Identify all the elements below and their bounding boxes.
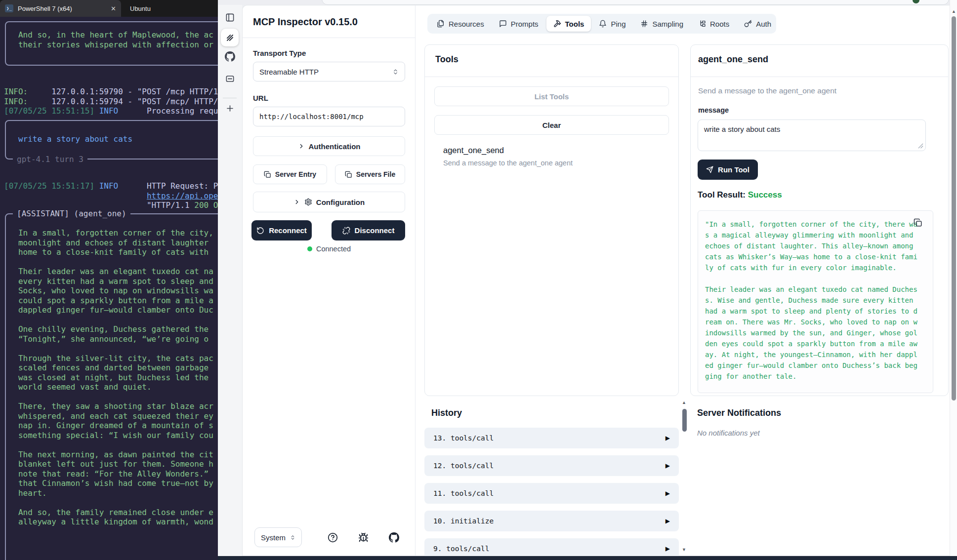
history-row-label: 10. initialize (433, 517, 666, 525)
tool-list-item[interactable]: agent_one_send (443, 146, 504, 155)
status-dot (307, 246, 312, 251)
tab-label: Ping (611, 20, 625, 28)
scroll-up-icon[interactable]: ▲ (682, 400, 686, 405)
bug-icon[interactable] (358, 532, 369, 543)
expand-play-icon[interactable]: ▶ (666, 545, 670, 552)
terminal-tab-ubuntu[interactable]: Ubuntu (130, 0, 151, 17)
tab-roots[interactable]: Roots (691, 16, 736, 32)
terminal-tab-label: PowerShell 7 (x64) (18, 5, 108, 12)
history-row-label: 11. tools/call (433, 489, 666, 497)
tab-tools[interactable]: Tools (546, 16, 591, 32)
tab-ping[interactable]: Ping (592, 16, 632, 32)
tab-label: Sampling (652, 20, 683, 28)
configuration-toggle[interactable]: Configuration (253, 192, 405, 212)
theme-select[interactable]: System (254, 527, 302, 547)
message-input[interactable] (698, 120, 926, 151)
panel-left-icon[interactable] (225, 13, 235, 22)
server-entry-label: Server Entry (275, 170, 316, 178)
assistant-label: [ASSISTANT] (agent_one) (13, 209, 130, 218)
url-input[interactable]: http://localhost:8001/mcp (253, 107, 405, 126)
add-icon[interactable] (225, 104, 235, 113)
tab-auth[interactable]: Auth (737, 16, 778, 32)
card-icon[interactable] (225, 74, 235, 83)
history-scrollbar-thumb[interactable] (682, 409, 687, 432)
tab-resources[interactable]: Resources (430, 16, 491, 32)
history-row[interactable]: 12. tools/call▶ (424, 455, 679, 476)
terminal-tab-label: Ubuntu (130, 5, 151, 12)
clear-button[interactable]: Clear (434, 115, 669, 135)
no-notifications-text: No notifications yet (697, 429, 760, 437)
chevron-right-icon (293, 199, 300, 205)
github-icon[interactable] (389, 532, 399, 543)
browser-chrome-strip (218, 0, 957, 5)
list-tools-button[interactable]: List Tools (434, 86, 669, 106)
close-tab-icon[interactable]: ✕ (111, 5, 116, 12)
gear-icon (304, 198, 312, 206)
tool-result-text: "In a small, forgotten corner of the cit… (698, 211, 933, 390)
url-value: http://localhost:8001/mcp (259, 113, 364, 120)
scroll-up-icon[interactable]: ▲ (952, 9, 956, 14)
page-scrollbar[interactable]: ▲ (950, 0, 957, 560)
column-divider (415, 5, 416, 556)
history-row[interactable]: 10. initialize▶ (424, 511, 679, 531)
chevrons-up-down-icon (392, 69, 399, 75)
theme-value: System (261, 533, 286, 542)
message-square-icon (499, 20, 507, 28)
copy-result-icon[interactable] (914, 218, 922, 227)
run-tool-button[interactable]: Run Tool (698, 160, 758, 180)
tool-result-block: "In a small, forgotten corner of the cit… (698, 210, 933, 393)
screen: ❯_ PowerShell 7 (x64) ✕ Ubuntu gpt-4.1 t… (0, 0, 957, 560)
window-bottom-edge (218, 556, 957, 560)
disconnect-button[interactable]: Disconnect (332, 220, 405, 240)
expand-play-icon[interactable]: ▶ (666, 435, 670, 441)
rotate-ccw-icon (256, 227, 264, 235)
terminal-text-block: And so, in the heart of Maplewood, the a… (4, 30, 213, 49)
transport-type-value: Streamable HTTP (259, 68, 319, 76)
tool-description-text: Send a message to the agent_one agent (443, 159, 573, 167)
tool-detail-title: agent_one_send (698, 54, 768, 65)
run-tool-label: Run Tool (718, 165, 749, 174)
tool-detail-description-text: Send a message to the agent_one agent (698, 86, 836, 95)
app-title: MCP Inspector v0.15.0 (253, 16, 358, 28)
servers-file-label: Servers File (356, 170, 395, 178)
expand-play-icon[interactable]: ▶ (666, 462, 670, 469)
transport-type-select[interactable]: Streamable HTTP (253, 62, 405, 81)
history-row[interactable]: 13. tools/call▶ (424, 428, 679, 448)
page-scrollbar-thumb[interactable] (952, 16, 956, 400)
expand-play-icon[interactable]: ▶ (666, 490, 670, 497)
copy-icon (345, 171, 352, 178)
tab-label: Prompts (511, 20, 539, 28)
tab-label: Auth (756, 20, 771, 28)
tools-panel-title: Tools (435, 54, 458, 65)
chevrons-up-down-icon (290, 535, 295, 540)
address-bar[interactable] (322, 0, 949, 5)
authentication-label: Authentication (309, 142, 361, 151)
top-nav-tabs: ResourcesPromptsToolsPingSamplingRootsAu… (427, 14, 776, 34)
configuration-label: Configuration (316, 198, 365, 206)
transport-type-label: Transport Type (253, 49, 306, 57)
servers-file-button[interactable]: Servers File (335, 164, 405, 184)
layers-hatch-icon (225, 33, 235, 42)
copy-icon (264, 171, 271, 178)
terminal-log-block: INFO: 127.0.0.1:59790 - "POST /mcp HTTP/… (4, 87, 218, 116)
divider (691, 77, 948, 77)
history-title: History (431, 408, 462, 418)
server-entry-button[interactable]: Server Entry (253, 164, 327, 184)
reconnect-button[interactable]: Reconnect (251, 220, 312, 240)
tab-sampling[interactable]: Sampling (633, 16, 690, 32)
history-row-label: 13. tools/call (433, 434, 666, 442)
expand-play-icon[interactable]: ▶ (666, 518, 670, 524)
tab-prompts[interactable]: Prompts (492, 16, 545, 32)
scroll-down-icon[interactable]: ▼ (682, 547, 686, 552)
authentication-toggle[interactable]: Authentication (253, 136, 405, 156)
tool-result-status: Success (748, 190, 782, 200)
terminal-tab-powershell[interactable]: ❯_ PowerShell 7 (x64) ✕ (0, 0, 121, 17)
resize-grip-icon[interactable] (918, 143, 923, 149)
send-icon (706, 166, 713, 173)
help-icon[interactable] (328, 532, 338, 543)
active-sidebar-tool[interactable] (221, 29, 239, 46)
divider (243, 38, 415, 38)
history-row[interactable]: 11. tools/call▶ (424, 483, 679, 504)
github-icon[interactable] (225, 51, 235, 62)
chevron-right-icon (298, 143, 305, 150)
